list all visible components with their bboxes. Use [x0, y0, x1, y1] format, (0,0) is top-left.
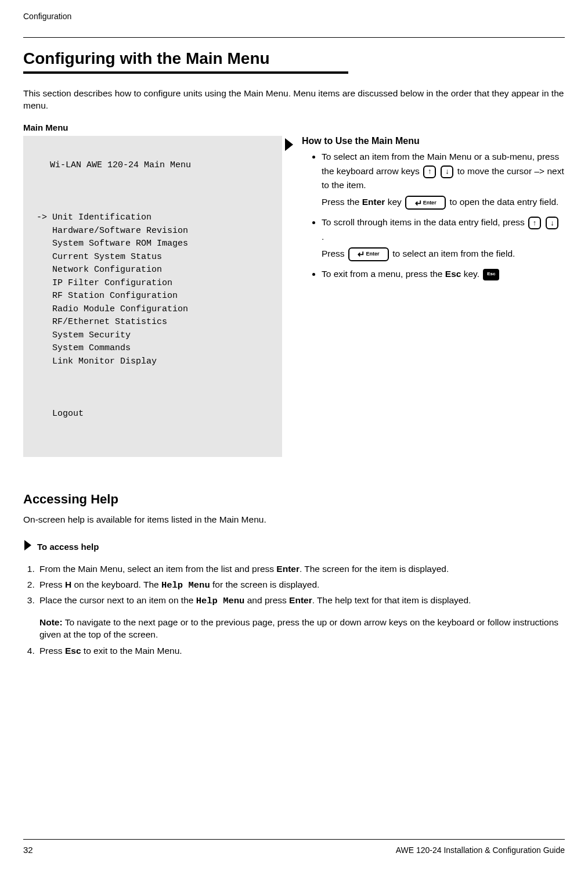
note: Note: To navigate to the next page or to… [39, 616, 565, 641]
menu-item: System Software ROM Images [31, 237, 269, 251]
menu-item: System Commands [31, 342, 269, 355]
howto-item-scroll: To scroll through items in the data entr… [322, 215, 565, 261]
running-header: Configuration [23, 12, 565, 21]
svg-marker-1 [24, 540, 31, 550]
menu-item: RF/Ethernet Statistics [31, 316, 269, 329]
up-arrow-key-icon: ↑ [528, 217, 541, 229]
intro-paragraph: This section describes how to configure … [23, 88, 565, 112]
down-arrow-key-icon: ↓ [441, 165, 453, 178]
step-1: From the Main Menu, select an item from … [37, 563, 565, 575]
howto-title: How to Use the Main Menu [302, 136, 565, 146]
menu-item: Current System Status [31, 251, 269, 264]
footer-divider [23, 839, 565, 840]
menu-logout: Logout [31, 408, 269, 421]
svg-marker-0 [285, 138, 293, 151]
main-menu-label: Main Menu [23, 123, 565, 132]
menu-item: -> Unit Identification [31, 211, 269, 225]
step-3: Place the cursor next to an item on the … [37, 594, 565, 641]
help-intro: On-screen help is available for items li… [23, 514, 565, 526]
main-menu-screenshot: Wi-LAN AWE 120-24 Main Menu -> Unit Iden… [23, 136, 282, 458]
procedure-arrow-icon [23, 539, 33, 555]
enter-key-icon: ↵Enter [348, 247, 389, 261]
menu-title: Wi-LAN AWE 120-24 Main Menu [31, 159, 269, 172]
up-arrow-key-icon: ↑ [423, 165, 436, 178]
page-footer: 32 AWE 120-24 Installation & Configurati… [23, 845, 565, 855]
menu-item: Radio Module Configuration [31, 303, 269, 316]
section-title: Configuring with the Main Menu [23, 49, 565, 68]
enter-key-icon: ↵Enter [405, 196, 446, 210]
howto-item-select: To select an item from the Main Menu or … [322, 150, 565, 210]
header-divider [23, 37, 565, 38]
menu-item: System Security [31, 329, 269, 343]
steps-list: From the Main Menu, select an item from … [23, 563, 565, 657]
down-arrow-key-icon: ↓ [546, 217, 558, 229]
title-divider [23, 71, 348, 74]
help-section-title: Accessing Help [23, 492, 565, 507]
pointer-arrow-icon [282, 137, 298, 152]
footer-title: AWE 120-24 Installation & Configuration … [396, 845, 565, 855]
howto-panel: How to Use the Main Menu To select an it… [298, 136, 565, 287]
procedure-heading: To access help [23, 539, 565, 555]
menu-item: IP Filter Configuration [31, 277, 269, 290]
menu-item: Hardware/Software Revision [31, 225, 269, 238]
menu-item: Network Configuration [31, 264, 269, 277]
esc-key-icon: Esc [483, 269, 499, 280]
page-number: 32 [23, 845, 33, 855]
howto-item-exit: To exit from a menu, press the Esc key. … [322, 267, 565, 282]
step-4: Press Esc to exit to the Main Menu. [37, 645, 565, 657]
step-2: Press H on the keyboard. The Help Menu f… [37, 578, 565, 592]
menu-item: Link Monitor Display [31, 355, 269, 369]
menu-item: RF Station Configuration [31, 290, 269, 303]
